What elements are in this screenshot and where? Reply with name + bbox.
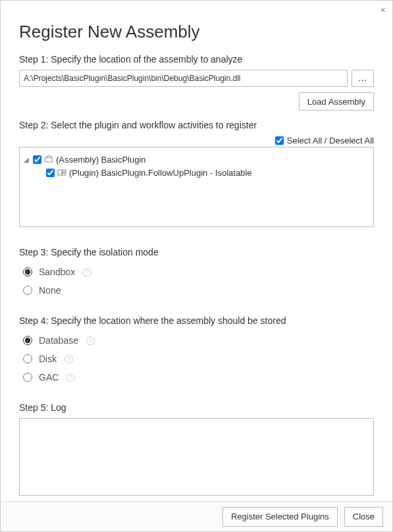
- radio-sandbox-input[interactable]: [23, 267, 32, 277]
- assembly-icon: [44, 155, 53, 164]
- step5-label: Step 5: Log: [19, 402, 374, 413]
- help-icon[interactable]: ?: [86, 336, 95, 345]
- radio-none[interactable]: None: [23, 285, 61, 296]
- svg-rect-0: [45, 157, 52, 162]
- expand-icon[interactable]: ◢: [24, 156, 30, 163]
- select-all-label: Select All / Deselect All: [287, 136, 374, 146]
- select-all-checkbox[interactable]: [275, 136, 284, 145]
- radio-disk-label: Disk: [39, 354, 57, 364]
- radio-gac-input[interactable]: [23, 373, 32, 382]
- plugin-tree: ◢ (Assembly) BasicPlugin (Plugin) BasicP…: [19, 147, 374, 227]
- radio-sandbox[interactable]: Sandbox: [23, 267, 75, 277]
- radio-database-input[interactable]: [23, 336, 32, 345]
- radio-disk-input[interactable]: [23, 354, 32, 363]
- svg-point-3: [63, 172, 65, 174]
- assembly-path-input[interactable]: [19, 70, 348, 87]
- step4-label: Step 4: Specify the location where the a…: [19, 315, 374, 326]
- plugin-checkbox[interactable]: [46, 169, 55, 177]
- log-output: [19, 418, 374, 496]
- dialog-footer: Register Selected Plugins Close: [1, 501, 392, 531]
- radio-none-label: None: [39, 285, 61, 296]
- step2-label: Step 2: Select the plugin and workflow a…: [19, 120, 374, 130]
- svg-rect-2: [62, 170, 66, 175]
- assembly-label: (Assembly) BasicPlugin: [56, 155, 146, 165]
- radio-sandbox-label: Sandbox: [39, 267, 75, 277]
- assembly-checkbox[interactable]: [33, 155, 41, 164]
- radio-disk[interactable]: Disk: [23, 354, 57, 364]
- browse-button[interactable]: ...: [352, 70, 374, 87]
- plugin-icon: [57, 168, 66, 177]
- register-selected-button[interactable]: Register Selected Plugins: [223, 507, 338, 527]
- plugin-label: (Plugin) BasicPlugin.FollowUpPlugin - Is…: [69, 168, 251, 178]
- radio-database-label: Database: [39, 335, 78, 346]
- help-icon[interactable]: ?: [83, 268, 92, 277]
- close-button[interactable]: Close: [344, 507, 383, 527]
- radio-none-input[interactable]: [23, 286, 32, 295]
- radio-gac-label: GAC: [39, 372, 59, 383]
- radio-database[interactable]: Database: [23, 335, 78, 346]
- help-icon[interactable]: ?: [66, 373, 75, 382]
- page-title: Register New Assembly: [19, 22, 374, 42]
- step3-label: Step 3: Specify the isolation mode: [19, 247, 374, 257]
- help-icon[interactable]: ?: [65, 355, 73, 363]
- step1-label: Step 1: Specify the location of the asse…: [19, 54, 374, 65]
- close-icon[interactable]: ×: [380, 5, 386, 15]
- tree-row-assembly[interactable]: ◢ (Assembly) BasicPlugin: [24, 153, 369, 166]
- svg-rect-1: [58, 170, 62, 175]
- tree-row-plugin[interactable]: (Plugin) BasicPlugin.FollowUpPlugin - Is…: [24, 166, 369, 179]
- radio-gac[interactable]: GAC: [23, 372, 59, 383]
- load-assembly-button[interactable]: Load Assembly: [299, 92, 374, 111]
